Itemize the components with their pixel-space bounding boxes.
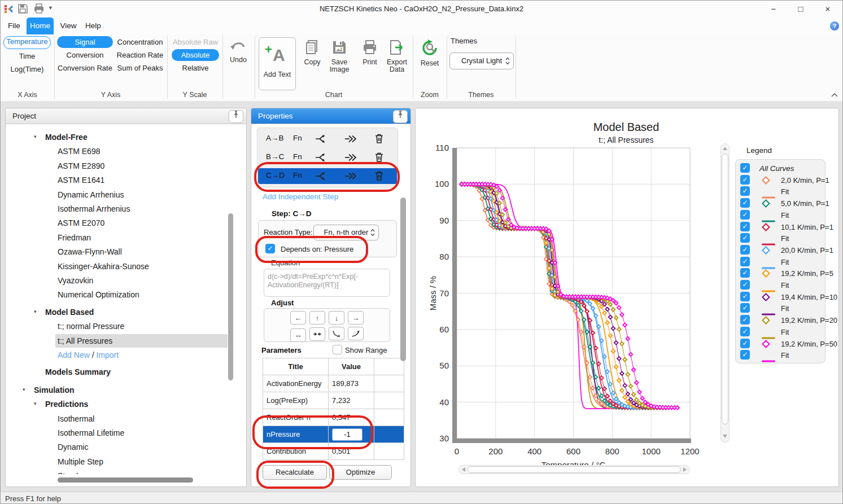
adjust-arrow-left-button[interactable]: ← (290, 311, 306, 325)
param-row-contribution[interactable]: Contribution0,501 (263, 443, 404, 460)
legend-checkbox[interactable]: ✓ (740, 350, 750, 360)
minimize-button[interactable]: − (764, 3, 783, 15)
legend-checkbox[interactable]: ✓ (740, 186, 750, 196)
param-value[interactable]: 0,501 (329, 443, 374, 460)
menu-file[interactable]: File (4, 17, 24, 34)
tree-item-predictions[interactable]: Predictions (45, 400, 88, 409)
undo-button[interactable]: Undo (225, 39, 251, 64)
adjust-arrow-up-button[interactable]: ↑ (309, 311, 325, 325)
add-text-button[interactable]: + A Add Text (259, 37, 296, 90)
pin-button[interactable] (393, 110, 408, 123)
export-data-button[interactable]: ExportData (383, 39, 410, 73)
yaxis-option-conversion[interactable]: Conversion (57, 49, 113, 61)
recalculate-button[interactable]: Recalculate (263, 465, 327, 480)
menu-view[interactable]: View (57, 17, 80, 34)
legend-checkbox[interactable]: ✓ (740, 303, 750, 313)
tree-item-astm-e2890[interactable]: ASTM E2890 (58, 161, 104, 170)
legend-checkbox[interactable]: ✓ (740, 163, 750, 173)
help-icon[interactable]: ? (830, 21, 839, 30)
plot-area[interactable] (459, 182, 680, 410)
tree-item-kissinger-akahira-sunose[interactable]: Kissinger-Akahira-Sunose (58, 262, 149, 271)
show-range-checkbox[interactable] (333, 345, 342, 354)
skip-step-icon[interactable] (344, 134, 357, 146)
yaxis-option-reaction-rate[interactable]: Reaction Rate (115, 49, 165, 61)
tree-item-astm-e698[interactable]: ASTM E698 (58, 147, 100, 156)
reset-zoom-button[interactable]: Reset (416, 39, 444, 67)
tree-item-t-normal-pressure[interactable]: t:; normal Pressure (58, 322, 124, 331)
skip-step-icon[interactable] (344, 153, 357, 164)
legend-checkbox[interactable]: ✓ (740, 257, 750, 266)
adjust-arrow-h-collapse-button[interactable] (309, 327, 325, 341)
tree-expander-icon[interactable]: ▾ (34, 401, 37, 406)
legend-checkbox[interactable]: ✓ (740, 245, 750, 255)
tree-item-astm-e1641[interactable]: ASTM E1641 (58, 176, 104, 185)
tree-item-isothermal[interactable]: Isothermal (58, 414, 94, 423)
tree-item-dynamic-arrhenius[interactable]: Dynamic Arrhenius (58, 190, 124, 199)
optimize-button[interactable]: Optimize (329, 465, 392, 480)
adjust-curve-concave-button[interactable] (329, 327, 344, 340)
legend-checkbox[interactable]: ✓ (740, 210, 750, 220)
legend-checkbox[interactable]: ✓ (740, 339, 750, 348)
skip-step-icon[interactable] (344, 172, 357, 183)
tree-item-astm-e2070[interactable]: ASTM E2070 (58, 218, 104, 227)
yscale-option-relative[interactable]: Relative (172, 62, 219, 74)
tree-expander-icon[interactable]: ▾ (34, 134, 37, 139)
tree-item-step-iso[interactable]: Step Iso (58, 471, 86, 474)
tree-link-import[interactable]: Import (96, 350, 119, 360)
delete-step-icon[interactable] (374, 170, 384, 183)
adjust-arrow-down-button[interactable]: ↓ (329, 311, 344, 325)
xaxis-option-time[interactable]: Time (3, 50, 51, 62)
yaxis-option-concentration[interactable]: Concentration (115, 36, 165, 48)
split-step-icon[interactable] (315, 134, 327, 146)
copy-button[interactable]: Copy (299, 39, 326, 66)
delete-step-icon[interactable] (374, 133, 384, 146)
maximize-button[interactable]: □ (791, 3, 810, 15)
param-value-input[interactable]: -1 (332, 428, 362, 441)
xaxis-option-log-time-[interactable]: Log(Time) (3, 63, 51, 75)
tree-item-model-based[interactable]: Model Based (45, 308, 94, 317)
tree-item-ozawa-flynn-wall[interactable]: Ozawa-Flynn-Wall (58, 247, 122, 256)
yaxis-option-signal[interactable]: Signal (57, 36, 113, 48)
project-horizontal-scrollbar[interactable] (58, 477, 193, 483)
tree-item-multiple-step[interactable]: Multiple Step (58, 457, 103, 466)
legend-checkbox[interactable]: ✓ (740, 175, 750, 185)
legend-checkbox[interactable]: ✓ (740, 327, 750, 336)
legend-checkbox[interactable]: ✓ (740, 280, 750, 290)
yscale-option-absolute[interactable]: Absolute (172, 49, 219, 61)
tree-item-isothermal-arrhenius[interactable]: Isothermal Arrhenius (58, 204, 130, 213)
xaxis-option-temperature[interactable]: Temperature (3, 36, 51, 49)
param-row-reactorder-n[interactable]: ReactOrder n0,547 (263, 409, 404, 426)
tree-item-friedman[interactable]: Friedman (58, 233, 91, 242)
themes-combobox[interactable]: Crystal Light (449, 52, 514, 69)
param-value[interactable]: 189,873 (329, 375, 374, 392)
project-vertical-scrollbar[interactable] (228, 213, 233, 380)
adjust-arrow-right-button[interactable]: → (348, 311, 364, 325)
delete-step-icon[interactable] (374, 152, 384, 165)
reaction-type-combobox[interactable]: Fn, n-th order (313, 225, 379, 240)
split-step-icon[interactable] (315, 171, 327, 183)
step-row-c-d[interactable]: C→DFn (258, 168, 397, 184)
yaxis-option-conversion-rate[interactable]: Conversion Rate (57, 62, 113, 74)
tree-item-t-all-pressures[interactable]: t:; All Pressures (58, 336, 112, 345)
legend-checkbox[interactable]: ✓ (740, 233, 750, 243)
yaxis-option-sum-of-peaks[interactable]: Sum of Peaks (115, 62, 165, 74)
param-value[interactable]: -1 (329, 426, 374, 443)
properties-vertical-scrollbar[interactable] (400, 198, 406, 361)
tree-item-vyazovkin[interactable]: Vyazovkin (58, 276, 93, 285)
menu-home[interactable]: Home (27, 17, 54, 34)
param-row-npressure[interactable]: nPressure-1 (263, 426, 404, 443)
menu-help[interactable]: Help (82, 17, 104, 34)
ribbon-collapse-icon[interactable] (831, 90, 838, 100)
legend-checkbox[interactable]: ✓ (740, 268, 750, 278)
step-row-a-b[interactable]: A→BFn (258, 131, 397, 147)
tree-expander-icon[interactable]: ▾ (34, 309, 37, 314)
param-value[interactable]: 7,232 (329, 392, 374, 409)
tree-expander-icon[interactable]: ▾ (23, 387, 25, 392)
print-button[interactable]: Print (356, 39, 383, 66)
depends-on-pressure-checkbox[interactable]: ✓ (265, 244, 275, 253)
tree-link-add-new[interactable]: Add New (58, 350, 90, 360)
add-independent-step-link[interactable]: Add Independent Step (263, 192, 338, 201)
legend-checkbox[interactable]: ✓ (740, 222, 750, 231)
tree-item-model-free[interactable]: Model-Free (45, 133, 88, 142)
param-row-log-preexp-[interactable]: Log(PreExp)7,232 (263, 392, 404, 409)
